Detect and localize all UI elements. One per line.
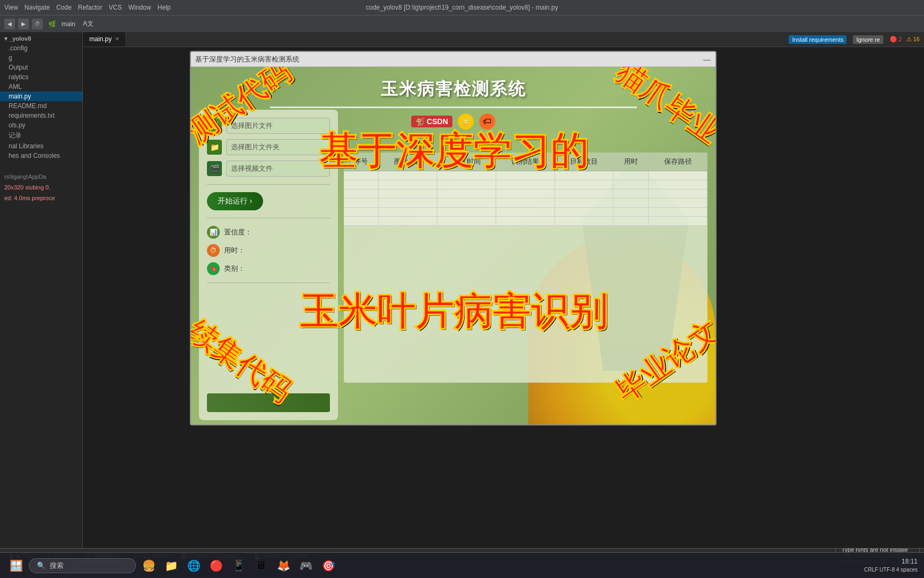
app-close-btn[interactable]: —	[703, 55, 711, 64]
menu-help[interactable]: Help	[158, 4, 171, 11]
ignore-requirements-btn[interactable]: Ignore re	[853, 35, 883, 44]
windows-taskbar: 🪟 🔍 搜索 🍔 📁 🌐 🔴 📱 🖥 🦊 🎮 🎯 18:11 CRLF UTF-…	[0, 552, 924, 578]
taskbar-icon-explorer[interactable]: 📁	[161, 556, 181, 575]
search-icon: 🔍	[37, 561, 45, 569]
results-table: 序号 图片名称 录入时间 识别结果 目标数目 用时 保存路径	[344, 153, 707, 226]
menu-window[interactable]: Window	[128, 4, 151, 11]
branch-icon: 🌿	[48, 20, 56, 28]
sidebar-item-requirements[interactable]: requirements.txt	[0, 111, 82, 120]
search-placeholder: 搜索	[50, 561, 64, 571]
coin-icon: 🪙	[458, 113, 474, 130]
results-table-panel: 序号 图片名称 录入时间 识别结果 目标数目 用时 保存路径	[344, 153, 707, 383]
install-requirements-btn[interactable]: Install requirements	[789, 35, 846, 44]
sidebar-item-g[interactable]: g	[0, 53, 82, 63]
taskbar-icon-app1[interactable]: 🔴	[206, 556, 226, 575]
time-label: 用时：	[224, 246, 245, 255]
taskbar-icon-app2[interactable]: 📱	[229, 556, 248, 575]
divider-3	[207, 283, 330, 283]
sidebar-item-analytics[interactable]: ralytics	[0, 72, 82, 82]
tab-close[interactable]: ✕	[115, 36, 119, 42]
terminal-preview-1: 20x320 xiubing 0.	[0, 182, 82, 193]
sidebar-item-output[interactable]: Output	[0, 63, 82, 72]
sidebar-item-toolspy[interactable]: ols.py	[0, 120, 82, 130]
video-icon: 🎬	[207, 161, 222, 176]
table-row	[344, 180, 707, 189]
sidebar-item-consoles[interactable]: hes and Consoles	[0, 151, 82, 161]
windows-start-btn[interactable]: 🪟	[6, 556, 26, 575]
col-count: 目标数目	[555, 153, 613, 171]
time-row: ⏱ 用时：	[207, 244, 330, 257]
csdn-badge[interactable]: 🐒 CSDN	[411, 116, 452, 127]
translate-btn[interactable]: A文	[83, 19, 94, 29]
divider-2	[207, 218, 330, 218]
table-row	[344, 217, 707, 226]
col-duration: 用时	[613, 153, 649, 171]
select-folder-btn[interactable]: 选择图片文件夹	[226, 139, 330, 155]
clock-time: 18:11	[864, 557, 918, 566]
app-titlebar: 基于深度学习的玉米病害检测系统 —	[191, 52, 715, 67]
taskbar-icon-monitor[interactable]: 🖥	[251, 556, 271, 575]
table-row	[344, 208, 707, 217]
menu-vcs[interactable]: VCS	[109, 4, 122, 11]
col-index: 序号	[344, 153, 379, 171]
sidebar-item-readme[interactable]: README.md	[0, 101, 82, 111]
menu-refactor[interactable]: Refactor	[78, 4, 102, 11]
table-row	[344, 199, 707, 208]
col-time: 录入时间	[437, 153, 496, 171]
tab-label: main.py	[89, 35, 112, 43]
left-control-panel: 🖼 选择图片文件 📁 选择图片文件夹 🎬 选择视频文件 开始运行 ›	[199, 110, 338, 420]
divider-1	[207, 184, 330, 185]
clock-extra: CRLF UTF-8 4 spaces	[864, 566, 918, 574]
taskbar-icon-browser[interactable]: 🌐	[184, 556, 203, 575]
category-row: 🔖 类别：	[207, 262, 330, 275]
ide-toolbar: ◀ ▶ ⏱ 🌿 main A文	[0, 15, 924, 32]
right-hints: Install requirements Ignore re 🔴 2 ⚠ 16	[789, 35, 924, 44]
confidence-row: 📊 置信度：	[207, 226, 330, 239]
recent-btn[interactable]: ⏱	[32, 19, 43, 29]
tab-mainpy[interactable]: main.py ✕	[83, 32, 126, 47]
taskbar-right: 18:11 CRLF UTF-8 4 spaces	[864, 557, 918, 574]
sidebar-item-mainpy[interactable]: main.py	[0, 92, 82, 101]
editor-area: main.py ✕ Install requirements Ignore re…	[83, 32, 924, 548]
warn-count: ⚠ 16	[906, 36, 920, 43]
confidence-icon: 📊	[207, 226, 220, 239]
shop-icon: 🏷	[479, 113, 495, 130]
select-image-btn[interactable]: 选择图片文件	[226, 118, 330, 134]
time-icon: ⏱	[207, 244, 220, 257]
taskbar-icon-app4[interactable]: 🎯	[319, 556, 338, 575]
ide-path: code_yolov8 [D:\lg\project\19_corn_disea…	[366, 4, 558, 11]
menu-code[interactable]: Code	[56, 4, 72, 11]
back-btn[interactable]: ◀	[4, 19, 15, 29]
folder-icon: 📁	[207, 140, 222, 155]
image-icon: 🖼	[207, 118, 222, 133]
sidebar-item-aml[interactable]: AML	[0, 82, 82, 92]
sidebar-item-project[interactable]: ▾ _yolov8	[0, 34, 82, 43]
category-icon: 🔖	[207, 262, 220, 275]
menu-navigate[interactable]: Navigate	[25, 4, 50, 11]
ide-body: ▾ _yolov8 .config g Output ralytics AML …	[0, 32, 924, 548]
col-result: 识别结果	[496, 153, 555, 171]
taskbar-icon-app3[interactable]: 🎮	[296, 556, 315, 575]
file-tree: ▾ _yolov8 .config g Output ralytics AML …	[0, 32, 83, 548]
table-row	[344, 189, 707, 199]
select-image-row: 🖼 选择图片文件	[207, 118, 330, 134]
error-count: 🔴 2	[890, 36, 902, 43]
menu-view[interactable]: View	[4, 4, 18, 11]
bottom-panel-btn[interactable]	[207, 393, 330, 412]
branch-name[interactable]: main	[61, 20, 75, 28]
sidebar-item-config[interactable]: .config	[0, 43, 82, 53]
select-video-btn[interactable]: 选择视频文件	[226, 161, 330, 177]
forward-btn[interactable]: ▶	[18, 19, 29, 29]
sidebar-item-libraries[interactable]: nal Libraries	[0, 141, 82, 151]
sidebar-item-records[interactable]: 记录	[0, 130, 82, 141]
select-video-row: 🎬 选择视频文件	[207, 161, 330, 177]
menubar: View Navigate Code Refactor VCS Window H…	[0, 0, 924, 15]
run-btn-label: 开始运行 ›	[218, 196, 252, 206]
search-bar[interactable]: 🔍 搜索	[29, 558, 136, 573]
taskbar-icon-firefox[interactable]: 🦊	[274, 556, 293, 575]
col-path: 保存路径	[649, 153, 707, 171]
confidence-label: 置信度：	[224, 227, 252, 237]
run-btn[interactable]: 开始运行 ›	[207, 192, 263, 210]
taskbar-icon-food[interactable]: 🍔	[139, 556, 158, 575]
app-content: 玉米病害检测系统 🐒 CSDN 🪙 🏷 🖼 选择图片文件 📁	[191, 67, 715, 424]
